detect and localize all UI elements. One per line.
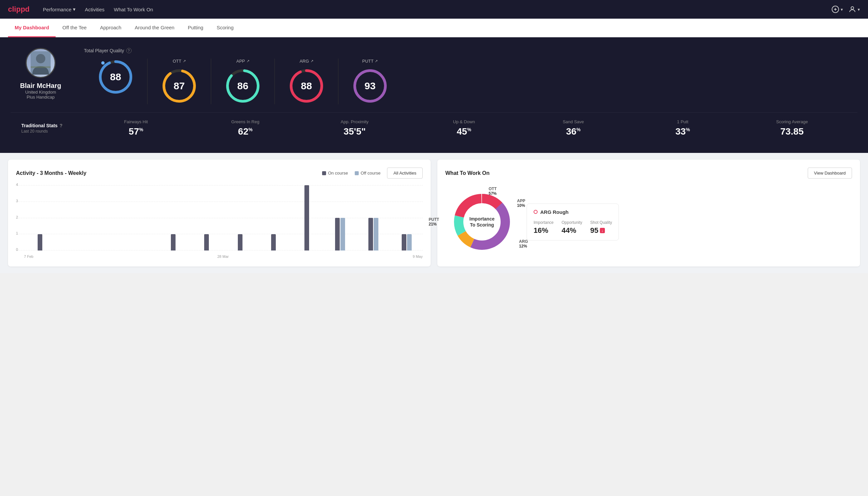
- arg-rough-info-card: ARG Rough Importance 16% Opportunity 44%…: [526, 203, 619, 241]
- arrow-icon: ↗: [375, 59, 378, 63]
- bar-offcourse-10: [374, 218, 378, 250]
- trad-stats-label: Traditional Stats ? Last 20 rounds: [21, 123, 81, 134]
- bar-group-3: [124, 250, 156, 250]
- app-label: APP ↗: [236, 59, 249, 64]
- all-activities-button[interactable]: All Activities: [387, 168, 423, 179]
- bar-oncourse-0: [38, 234, 42, 250]
- svg-rect-6: [31, 66, 51, 68]
- stat-up-and-down: Up & Down 45%: [409, 119, 519, 137]
- donut-label-app: APP 10%: [517, 199, 525, 208]
- player-quality-section: Total Player Quality ? 88: [84, 48, 857, 104]
- bar-group-5: [190, 234, 222, 250]
- player-handicap: Plus Handicap: [27, 95, 54, 99]
- activity-chart-card: Activity - 3 Months - Weekly On course O…: [8, 159, 431, 266]
- player-name: Blair McHarg: [20, 82, 61, 90]
- bar-oncourse-10: [368, 218, 373, 250]
- nav-links: Performance ▾ Activities What To Work On: [43, 1, 831, 18]
- help-icon[interactable]: ?: [60, 123, 63, 128]
- shot-quality-badge: ↓: [600, 228, 605, 233]
- stat-scoring-average: Scoring Average 73.85: [738, 119, 847, 137]
- top-navigation: clippd Performance ▾ Activities What To …: [0, 0, 868, 19]
- donut-label-ott: PUTT OTT 57%: [489, 187, 496, 196]
- stat-sand-save: Sand Save 36%: [519, 119, 628, 137]
- metric-shot-quality: Shot Quality 95 ↓: [590, 220, 612, 235]
- stat-fairways-hit: Fairways Hit 57%: [81, 119, 190, 137]
- stat-app-proximity: App. Proximity 35'5": [300, 119, 409, 137]
- bottom-section: Activity - 3 Months - Weekly On course O…: [0, 153, 868, 273]
- wtwo-title: What To Work On: [445, 170, 490, 176]
- activity-card-header: Activity - 3 Months - Weekly On course O…: [16, 168, 423, 179]
- player-info: Blair McHarg United Kingdom Plus Handica…: [11, 48, 70, 99]
- legend-dot-oncourse: [322, 171, 326, 175]
- activity-bar-chart: 4 3 2 1 0 7 Feb 28 Mar 9 May: [16, 185, 423, 259]
- overall-circle: 88: [97, 59, 134, 95]
- donut-label-putt: PUTT 21%: [429, 217, 439, 227]
- bar-group-7: [257, 234, 289, 250]
- bar-oncourse-8: [304, 185, 309, 250]
- bar-group-10: [358, 218, 389, 250]
- add-button[interactable]: ▾: [831, 5, 843, 13]
- x-axis-labels: 7 Feb 28 Mar 9 May: [24, 254, 423, 259]
- putt-circle: 93: [352, 68, 388, 104]
- legend-offcourse: Off course: [355, 171, 381, 175]
- info-card-title: ARG Rough: [534, 209, 612, 215]
- user-menu-button[interactable]: ▾: [848, 5, 860, 13]
- svg-point-5: [36, 54, 45, 63]
- bar-group-6: [224, 234, 256, 250]
- nav-activities[interactable]: Activities: [85, 1, 105, 18]
- score-overall: 88: [84, 59, 147, 104]
- player-country: United Kingdom: [25, 90, 56, 95]
- donut-center-text: Importance To Scoring: [469, 216, 494, 228]
- tab-around-the-green[interactable]: Around the Green: [128, 19, 181, 37]
- legend-dot-offcourse: [355, 171, 359, 175]
- tab-scoring[interactable]: Scoring: [210, 19, 240, 37]
- chevron-down-icon: ▾: [73, 6, 76, 12]
- metric-importance: Importance 16%: [534, 220, 554, 235]
- arg-value: 88: [301, 80, 312, 92]
- tab-approach[interactable]: Approach: [93, 19, 128, 37]
- score-ott: OTT ↗ 87: [147, 59, 211, 104]
- tab-putting[interactable]: Putting: [181, 19, 210, 37]
- x-label-1: 7 Feb: [24, 254, 33, 259]
- bar-oncourse-5: [204, 234, 209, 250]
- nav-performance[interactable]: Performance ▾: [43, 1, 76, 18]
- hero-section: Blair McHarg United Kingdom Plus Handica…: [0, 37, 868, 153]
- metric-opportunity: Opportunity 44%: [562, 220, 582, 235]
- putt-label: PUTT ↗: [362, 59, 378, 64]
- donut-section: Importance To Scoring PUTT OTT 57% APP 1…: [445, 185, 852, 259]
- bar-oncourse-11: [402, 234, 406, 250]
- bar-group-11: [391, 234, 423, 250]
- arg-circle: 88: [288, 68, 325, 104]
- nav-what-to-work-on[interactable]: What To Work On: [114, 1, 153, 18]
- what-to-work-on-card: What To Work On View Dashboard Importanc…: [437, 159, 860, 266]
- ott-value: 87: [174, 80, 185, 92]
- putt-value: 93: [364, 80, 375, 92]
- svg-point-3: [851, 7, 854, 9]
- app-circle: 86: [224, 68, 261, 104]
- chevron-down-icon: ▾: [841, 7, 843, 12]
- hero-top: Blair McHarg United Kingdom Plus Handica…: [11, 48, 857, 104]
- x-label-3: 9 May: [413, 254, 423, 259]
- ott-label: OTT ↗: [173, 59, 186, 64]
- app-value: 86: [237, 80, 248, 92]
- tab-off-the-tee[interactable]: Off the Tee: [56, 19, 93, 37]
- avatar: [26, 48, 56, 78]
- legend-oncourse: On course: [322, 171, 348, 175]
- bar-group-9: [324, 218, 356, 250]
- x-label-2: 28 Mar: [217, 254, 228, 259]
- brand-logo[interactable]: clippd: [8, 5, 30, 14]
- chart-legend: On course Off course: [322, 171, 381, 175]
- arrow-icon: ↗: [183, 59, 186, 63]
- view-dashboard-button[interactable]: View Dashboard: [808, 168, 852, 179]
- score-circles: 88 OTT ↗ 87: [84, 59, 857, 104]
- page-tabs: My Dashboard Off the Tee Approach Around…: [0, 19, 868, 37]
- help-icon[interactable]: ?: [126, 48, 131, 53]
- info-card-dot-icon: [534, 210, 538, 214]
- tab-my-dashboard[interactable]: My Dashboard: [8, 19, 56, 37]
- bar-group-4: [157, 234, 189, 250]
- score-arg: ARG ↗ 88: [275, 59, 338, 104]
- info-metrics: Importance 16% Opportunity 44% Shot Qual…: [534, 220, 612, 235]
- bar-group-2: [91, 250, 123, 250]
- arg-label: ARG ↗: [299, 59, 313, 64]
- stat-1-putt: 1 Putt 33%: [628, 119, 737, 137]
